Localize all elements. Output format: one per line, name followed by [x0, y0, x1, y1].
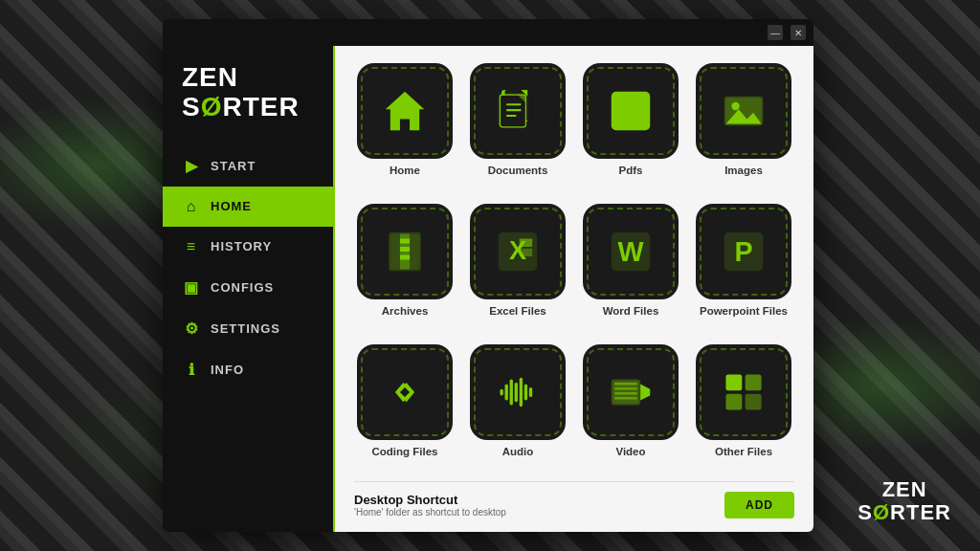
audio-svg [492, 366, 544, 418]
close-button[interactable]: ✕ [791, 25, 806, 40]
grid-label-archives: Archives [382, 305, 429, 317]
svg-text:PDF: PDF [616, 102, 645, 119]
documents-svg [492, 85, 544, 137]
archives-folder-icon [357, 204, 453, 299]
images-svg [718, 85, 769, 137]
audio-folder-icon [470, 344, 566, 440]
svg-rect-51 [725, 394, 742, 410]
svg-rect-49 [725, 374, 742, 390]
grid-label-audio: Audio [502, 446, 534, 457]
grid-item-audio[interactable]: Audio [467, 344, 568, 474]
svg-text:W: W [617, 236, 644, 267]
grid-label-coding: Coding Files [372, 446, 438, 457]
svg-rect-41 [500, 389, 502, 396]
shortcut-info: Desktop Shortcut 'Home' folder as shortc… [354, 493, 506, 518]
pdf-folder-icon: PDF [583, 63, 679, 159]
grid-item-coding[interactable]: Coding Files [354, 344, 456, 474]
svg-rect-47 [614, 392, 637, 395]
svg-marker-44 [640, 385, 650, 401]
window-body: ZEN SØRTER ▶ START ⌂ HOME ≡ HISTORY [163, 46, 813, 532]
grid-item-images[interactable]: Images [693, 63, 794, 192]
history-icon: ≡ [182, 238, 201, 255]
powerpoint-folder-icon: P [696, 204, 791, 299]
sidebar-item-configs[interactable]: ▣ CONFIGS [163, 267, 333, 308]
coding-svg [379, 366, 431, 418]
configs-icon: ▣ [182, 278, 201, 297]
powerpoint-svg: P [718, 226, 769, 277]
icon-grid: Home [354, 63, 794, 474]
play-icon: ▶ [182, 157, 201, 175]
minimize-button[interactable]: — [768, 25, 783, 40]
coding-folder-icon [357, 344, 453, 440]
grid-label-documents: Documents [488, 165, 548, 176]
sidebar-item-settings[interactable]: ⚙ SETTINGS [163, 308, 333, 349]
grid-item-word[interactable]: W Word Files [580, 204, 681, 333]
grid-item-excel[interactable]: X Excel Files [467, 204, 568, 333]
grid-item-home[interactable]: Home [354, 63, 456, 192]
add-button[interactable]: ADD [724, 492, 794, 518]
grid-item-other[interactable]: Other Files [693, 344, 794, 474]
svg-rect-22 [400, 239, 410, 244]
logo-area: ZEN SØRTER [163, 46, 333, 145]
grid-item-video[interactable]: Video [580, 344, 681, 474]
documents-folder-icon [470, 63, 566, 159]
sidebar-item-home[interactable]: ⌂ HOME [163, 187, 333, 227]
sidebar-label-configs: CONFIGS [211, 280, 274, 295]
shortcut-desc: 'Home' folder as shortcut to desktop [354, 507, 506, 518]
video-svg [605, 366, 657, 418]
bottom-bar: Desktop Shortcut 'Home' folder as shortc… [354, 481, 794, 518]
logo-line2: SØRTER [182, 93, 314, 122]
word-svg: W [605, 226, 657, 277]
home-folder-icon [357, 63, 453, 159]
sidebar-label-history: HISTORY [211, 239, 272, 253]
grid-label-excel: Excel Files [489, 305, 546, 317]
grid-label-video: Video [615, 446, 645, 457]
grid-item-powerpoint[interactable]: P Powerpoint Files [693, 204, 794, 333]
sidebar-item-start[interactable]: ▶ START [163, 145, 333, 187]
svg-rect-40 [529, 387, 532, 397]
sidebar-label-info: INFO [211, 363, 244, 377]
svg-rect-27 [520, 239, 533, 247]
grid-item-archives[interactable]: Archives [354, 204, 456, 333]
settings-icon: ⚙ [182, 320, 201, 338]
sidebar-item-info[interactable]: ℹ INFO [163, 349, 333, 390]
svg-rect-46 [614, 387, 637, 390]
video-folder-icon [583, 344, 679, 440]
grid-label-word: Word Files [603, 305, 659, 317]
svg-rect-48 [614, 397, 637, 400]
grid-item-pdfs[interactable]: PDF Pdfs [580, 63, 681, 192]
svg-rect-50 [746, 374, 762, 390]
svg-rect-37 [515, 383, 518, 402]
svg-marker-34 [403, 383, 414, 402]
grid-label-pdfs: Pdfs [619, 165, 643, 176]
home-icon: ⌂ [182, 198, 201, 215]
svg-rect-36 [510, 380, 513, 406]
svg-rect-35 [505, 385, 508, 401]
nav-items: ▶ START ⌂ HOME ≡ HISTORY ▣ CONFIGS ⚙ S [163, 145, 333, 390]
logo: ZEN SØRTER [182, 63, 314, 122]
sidebar-item-history[interactable]: ≡ HISTORY [163, 227, 333, 267]
svg-rect-45 [614, 383, 637, 386]
other-svg [718, 366, 769, 418]
main-window: — ✕ ZEN SØRTER ▶ START ⌂ HOME [163, 19, 813, 532]
excel-svg: X [492, 226, 544, 277]
grid-label-home: Home [390, 165, 420, 176]
word-folder-icon: W [583, 204, 679, 299]
logo-line1: ZEN [182, 63, 314, 93]
svg-rect-28 [520, 249, 533, 256]
home-svg [379, 85, 431, 137]
svg-rect-52 [746, 394, 762, 410]
excel-folder-icon: X [470, 204, 566, 299]
sidebar-label-settings: SETTINGS [211, 321, 280, 336]
images-folder-icon [696, 63, 791, 159]
corner-logo-zen: ZEN [858, 478, 951, 501]
grid-item-documents[interactable]: Documents [467, 63, 568, 192]
shortcut-title: Desktop Shortcut [354, 493, 506, 507]
svg-point-17 [731, 102, 739, 110]
other-folder-icon [696, 344, 791, 440]
grid-label-other: Other Files [715, 446, 772, 457]
svg-text:P: P [734, 236, 752, 267]
corner-logo-text: ZEN SØRTER [858, 478, 951, 524]
corner-logo: ZEN SØRTER [858, 478, 951, 524]
archives-svg [379, 226, 431, 277]
